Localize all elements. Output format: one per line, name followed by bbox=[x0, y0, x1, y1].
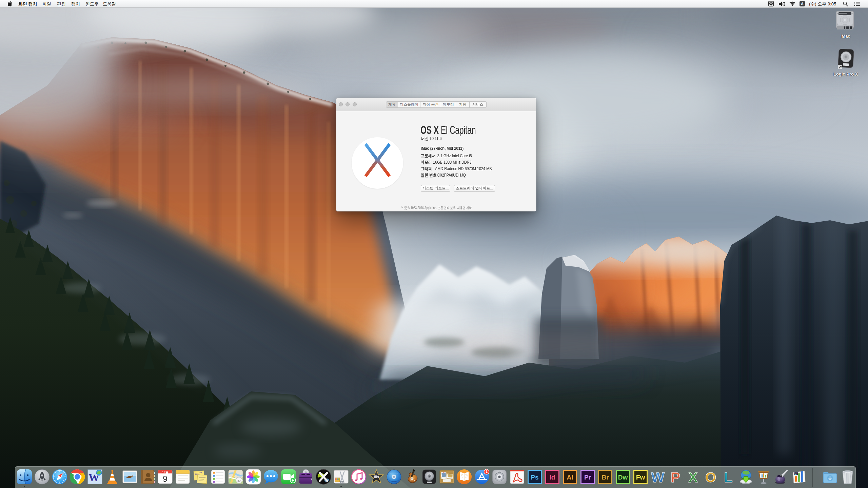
svg-text:12월: 12월 bbox=[162, 470, 168, 474]
svg-text:Id: Id bbox=[550, 474, 555, 481]
svg-text:3D: 3D bbox=[237, 479, 241, 482]
svg-text:Pr: Pr bbox=[584, 474, 591, 481]
svg-text:1: 1 bbox=[486, 470, 488, 473]
svg-text:Br: Br bbox=[601, 474, 609, 481]
svg-text:Ai: Ai bbox=[567, 474, 573, 481]
svg-text:9: 9 bbox=[163, 474, 167, 484]
svg-text:X: X bbox=[688, 469, 698, 485]
svg-text:Ps: Ps bbox=[531, 474, 538, 481]
svg-text:W: W bbox=[651, 469, 665, 485]
svg-text:O: O bbox=[705, 469, 716, 485]
svg-text:Dw: Dw bbox=[618, 474, 628, 481]
svg-text:Fw: Fw bbox=[636, 474, 645, 481]
svg-text:L: L bbox=[724, 469, 733, 485]
svg-text:P: P bbox=[671, 469, 680, 485]
